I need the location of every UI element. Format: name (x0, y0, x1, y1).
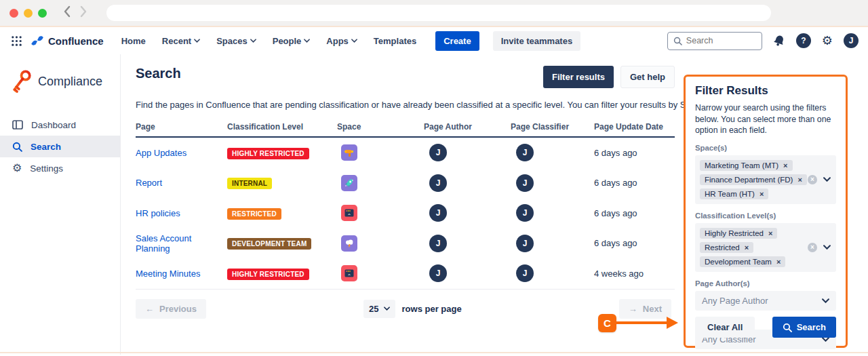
remove-tag-icon[interactable]: × (797, 176, 802, 184)
page-author-select[interactable]: Any Page Author (695, 291, 836, 311)
update-date: 4 weeks ago (594, 269, 675, 279)
sidebar-item-label: Search (31, 142, 61, 152)
sidebar-app-name: Compliance (38, 75, 102, 89)
nav-item-templates[interactable]: Templates (374, 36, 416, 46)
sidebar-item-dashboard[interactable]: Dashboard (0, 114, 120, 136)
nav-item-people[interactable]: People (273, 36, 311, 46)
filter-results-button[interactable]: Filter results (543, 66, 614, 88)
notifications-button[interactable] (772, 33, 787, 48)
pagination: ← Previous 25 rows per page → Next (136, 299, 671, 319)
invite-teammates-button[interactable]: Invite teammates (493, 31, 581, 51)
nav-menu: Home Recent Spaces People Apps Templates (121, 36, 417, 46)
results-table: Page Classification Level Space Page Aut… (136, 122, 675, 290)
app-switcher-button[interactable] (9, 34, 24, 48)
clear-field-icon[interactable]: × (808, 175, 817, 184)
window-bottom-edge (0, 352, 868, 353)
close-window-button[interactable] (9, 9, 18, 18)
global-search-input[interactable] (686, 36, 754, 45)
page-link[interactable]: Report (136, 178, 227, 188)
nav-item-recent[interactable]: Recent (162, 36, 200, 46)
browser-forward-icon[interactable] (79, 5, 87, 20)
sidebar-item-search[interactable]: Search (0, 136, 120, 157)
classification-badge: HIGHLY RESTRICTED (227, 148, 309, 159)
browser-back-icon[interactable] (63, 5, 71, 20)
remove-tag-icon[interactable]: × (768, 229, 772, 237)
gear-icon: ⚙ (822, 35, 833, 47)
space-icon-window (341, 265, 357, 281)
level-tag: Development Team× (700, 256, 785, 267)
classifier-avatar: J (516, 264, 534, 282)
page-link[interactable]: HR policies (136, 208, 227, 218)
space-tag: Marketing Team (MT)× (700, 160, 793, 171)
remove-tag-icon[interactable]: × (760, 190, 764, 198)
filter-search-button[interactable]: Search (772, 317, 836, 338)
chevron-down-icon (304, 39, 310, 43)
nav-item-spaces[interactable]: Spaces (216, 36, 256, 46)
spaces-multiselect[interactable]: Marketing Team (MT)× Finance Department … (695, 155, 836, 204)
column-header-page-author: Page Author (424, 122, 511, 132)
update-date: 6 days ago (594, 208, 675, 218)
levels-multiselect[interactable]: Highly Restricted× Restricted× Developme… (695, 223, 836, 272)
grid-icon (11, 35, 22, 47)
search-icon (673, 37, 682, 45)
column-header-page: Page (136, 122, 227, 132)
previous-page-button[interactable]: ← Previous (136, 299, 206, 319)
minimize-window-button[interactable] (24, 9, 33, 18)
sidebar-item-label: Dashboard (31, 120, 76, 130)
classification-badge: DEVELOPMENT TEAM (227, 238, 311, 250)
confluence-logo[interactable]: Confluence (31, 35, 104, 47)
settings-button[interactable]: ⚙ (821, 33, 834, 48)
bell-icon (772, 33, 787, 49)
gear-icon: ⚙ (12, 163, 22, 174)
next-page-button[interactable]: → Next (619, 299, 671, 319)
sidebar-item-settings[interactable]: ⚙ Settings (0, 157, 120, 179)
remove-tag-icon[interactable]: × (745, 243, 749, 252)
authors-label: Page Author(s) (695, 279, 836, 288)
filter-results-panel: Filter Results Narrow your search using … (684, 75, 848, 348)
space-tag: Finance Department (FD)× (700, 174, 807, 185)
nav-item-apps[interactable]: Apps (326, 36, 357, 46)
remove-tag-icon[interactable]: × (783, 161, 787, 170)
confluence-navbar: Confluence Home Recent Spaces People App… (0, 27, 868, 54)
arrow-left-icon: ← (145, 304, 154, 314)
compliance-sidebar: Compliance Dashboard Search ⚙ Settings (0, 54, 121, 355)
classification-badge: RESTRICTED (227, 208, 281, 220)
clear-field-icon[interactable]: × (808, 243, 817, 252)
annotation-c-badge: C (598, 314, 616, 332)
filter-panel-description: Narrow your search using the filters bel… (695, 102, 836, 136)
space-icon-drill (341, 144, 357, 161)
page-link[interactable]: Sales Account Planning (136, 233, 227, 254)
url-bar[interactable] (106, 5, 771, 21)
author-avatar: J (429, 204, 447, 222)
chevron-down-icon[interactable] (823, 245, 831, 250)
classification-badge: HIGHLY RESTRICTED (227, 269, 309, 280)
clear-all-button[interactable]: Clear All (695, 317, 755, 338)
nav-item-home[interactable]: Home (121, 36, 146, 46)
app-window: Confluence Home Recent Spaces People App… (0, 0, 868, 356)
author-avatar: J (429, 235, 447, 252)
author-avatar: J (429, 174, 447, 192)
page-link[interactable]: Meeting Minutes (136, 269, 227, 279)
product-name: Confluence (48, 35, 104, 47)
space-tag: HR Team (HT)× (700, 189, 768, 199)
get-help-button[interactable]: Get help (620, 66, 675, 88)
annotation-arrow (615, 321, 668, 324)
remove-tag-icon[interactable]: × (776, 258, 781, 266)
classifier-avatar: J (516, 235, 534, 252)
global-search-box[interactable] (667, 32, 762, 50)
user-avatar[interactable]: J (844, 33, 859, 48)
zoom-window-button[interactable] (38, 9, 47, 18)
create-button[interactable]: Create (435, 31, 479, 51)
compliance-logo: Compliance (0, 69, 120, 94)
browser-chrome (0, 0, 868, 27)
help-button[interactable]: ? (796, 33, 811, 48)
page-link[interactable]: App Updates (136, 148, 227, 158)
table-row: Meeting Minutes HIGHLY RESTRICTED J J 4 … (136, 258, 675, 289)
space-icon-rocket (341, 175, 357, 191)
chevron-down-icon[interactable] (823, 177, 831, 182)
spaces-label: Space(s) (695, 144, 836, 152)
levels-label: Classification Level(s) (695, 212, 836, 220)
page-size-dropdown[interactable]: 25 (363, 300, 395, 318)
table-row: Report INTERNAL J J 6 days ago (136, 168, 675, 199)
table-row: Sales Account Planning DEVELOPMENT TEAM … (136, 229, 675, 259)
